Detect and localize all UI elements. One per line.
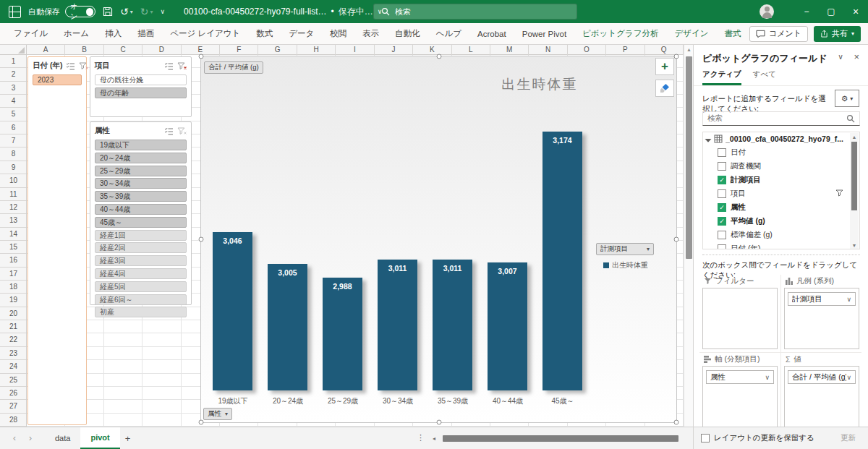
row-header[interactable]: 17	[0, 268, 27, 281]
clear-filter-icon[interactable]	[177, 127, 187, 135]
row-header[interactable]: 5	[0, 108, 27, 121]
field-item[interactable]: ✓属性	[703, 200, 859, 214]
row-header[interactable]: 21	[0, 320, 27, 333]
ribbon-tab[interactable]: Power Pivot	[514, 23, 574, 45]
prev-sheet-icon[interactable]: ‹	[13, 433, 16, 443]
select-all-corner[interactable]	[0, 45, 27, 55]
filters-area[interactable]	[702, 288, 778, 349]
selection-handle[interactable]	[436, 420, 441, 425]
row-header[interactable]: 24	[0, 360, 27, 373]
ribbon-tab[interactable]: デザイン	[666, 23, 716, 45]
tools-button[interactable]: ⚙ ▾	[835, 90, 859, 107]
ribbon-tab[interactable]: 書式	[717, 23, 749, 45]
slicer-item[interactable]: 2023	[33, 74, 82, 85]
column-header[interactable]: P	[606, 45, 644, 55]
field-checkbox[interactable]	[718, 231, 726, 239]
pane-tab[interactable]: アクティブ	[702, 69, 741, 85]
chart-elements-button[interactable]: +	[655, 58, 674, 75]
multi-select-icon[interactable]	[164, 127, 174, 135]
vertical-scrollbar-thumb[interactable]	[686, 56, 692, 259]
ribbon-tab[interactable]: 挿入	[97, 23, 129, 45]
multi-select-icon[interactable]	[164, 62, 174, 70]
area-field-pill[interactable]: 合計 / 平均値 (g)∨	[788, 370, 856, 384]
column-header[interactable]: I	[336, 45, 374, 55]
column-header[interactable]: K	[413, 45, 451, 55]
add-sheet-button[interactable]: +	[122, 432, 134, 445]
update-button[interactable]: 更新	[835, 431, 861, 445]
slicer-item[interactable]: 25～29歳	[95, 166, 187, 176]
account-avatar[interactable]	[760, 4, 774, 19]
row-header[interactable]: 10	[0, 174, 27, 187]
ribbon-tab[interactable]: 描画	[129, 23, 162, 45]
field-item[interactable]: 日付 (年)	[703, 241, 859, 249]
ribbon-tab[interactable]: 表示	[354, 23, 387, 45]
column-header[interactable]: D	[142, 45, 181, 55]
row-header[interactable]: 11	[0, 188, 27, 201]
slicer-item[interactable]: 経産6回～	[95, 294, 187, 305]
ribbon-tab[interactable]: データ	[281, 23, 322, 45]
quick-access-customize-icon[interactable]: ∨	[161, 8, 166, 15]
slicer-item[interactable]: 35～39歳	[95, 191, 187, 202]
slicer-item[interactable]: 30～34歳	[95, 178, 187, 189]
selection-handle[interactable]	[674, 237, 679, 242]
selection-handle[interactable]	[199, 237, 204, 242]
horizontal-scrollbar-thumb[interactable]	[443, 435, 678, 442]
column-header[interactable]: A	[27, 45, 65, 55]
chart-bar[interactable]: 3,046	[213, 232, 252, 390]
ribbon-tab[interactable]: ピボットグラフ分析	[574, 23, 666, 45]
row-header[interactable]: 26	[0, 387, 27, 400]
ribbon-tab[interactable]: Acrobat	[469, 23, 514, 45]
ribbon-tab[interactable]: ホーム	[56, 23, 97, 45]
area-field-pill[interactable]: 属性∨	[706, 370, 774, 384]
row-header[interactable]: 14	[0, 228, 27, 241]
field-checkbox[interactable]	[718, 244, 726, 250]
table-row[interactable]: _00100_cfa_00450272_hyo79_f...	[703, 132, 859, 145]
sheet-tab-pivot[interactable]: pivot	[80, 427, 119, 449]
save-icon[interactable]	[103, 7, 113, 17]
restore-button[interactable]: ▢	[819, 0, 843, 23]
field-item[interactable]: 日付	[703, 145, 859, 159]
scroll-up-icon[interactable]: ▲	[850, 134, 859, 140]
clear-filter-icon[interactable]	[79, 62, 88, 70]
scroll-down-icon[interactable]: ▼	[850, 243, 859, 248]
row-header[interactable]: 27	[0, 400, 27, 413]
slicer-attribute[interactable]: 属性 19歳以下20～24歳25～29歳30～34歳35～39歳40～44歳45…	[90, 121, 192, 305]
row-header[interactable]: 4	[0, 95, 27, 108]
selection-handle[interactable]	[199, 420, 204, 425]
autosave-toggle[interactable]: オン	[65, 6, 95, 17]
slicer-item[interactable]: 初産	[95, 307, 187, 317]
chart-bar[interactable]: 3,174	[542, 132, 582, 390]
row-header[interactable]: 20	[0, 307, 27, 320]
horizontal-scrollbar[interactable]: ◂	[427, 435, 684, 442]
chart-bar[interactable]: 3,011	[433, 260, 472, 390]
chart-bar[interactable]: 3,005	[268, 264, 307, 390]
search-box[interactable]: 検索	[373, 4, 577, 20]
field-item[interactable]: 標準偏差 (g)	[703, 228, 859, 241]
slicer-item[interactable]: 19歳以下	[95, 140, 187, 150]
ribbon-tab[interactable]: ページ レイアウト	[162, 23, 248, 45]
row-header[interactable]: 13	[0, 214, 27, 227]
slicer-item-field[interactable]: 項目 母の既往分娩母の年齢	[90, 56, 192, 117]
axis-area[interactable]: 属性∨	[702, 366, 778, 427]
selection-handle[interactable]	[674, 420, 679, 425]
field-checkbox[interactable]: ✓	[718, 217, 726, 226]
more-options-icon[interactable]: ⋮	[417, 433, 425, 442]
column-header[interactable]: C	[104, 45, 142, 55]
chart-bar[interactable]: 2,988	[323, 278, 362, 390]
share-button[interactable]: 共有 ▾	[814, 26, 861, 42]
row-header[interactable]: 16	[0, 254, 27, 267]
legend-area[interactable]: 計測項目∨	[784, 288, 859, 349]
row-header[interactable]: 28	[0, 414, 27, 427]
pane-close-icon[interactable]: ×	[854, 51, 859, 62]
row-header[interactable]: 6	[0, 121, 27, 134]
field-item[interactable]: 項目	[703, 187, 859, 200]
slicer-item[interactable]: 40～44歳	[95, 204, 187, 215]
selection-handle[interactable]	[436, 54, 441, 59]
row-header[interactable]: 25	[0, 374, 27, 387]
multi-select-icon[interactable]	[66, 62, 75, 70]
ribbon-tab[interactable]: 自動化	[387, 23, 428, 45]
field-item[interactable]: ✓計測項目	[703, 173, 859, 187]
row-header[interactable]: 18	[0, 281, 27, 294]
column-header[interactable]: G	[258, 45, 297, 55]
field-checkbox[interactable]: ✓	[718, 203, 726, 212]
